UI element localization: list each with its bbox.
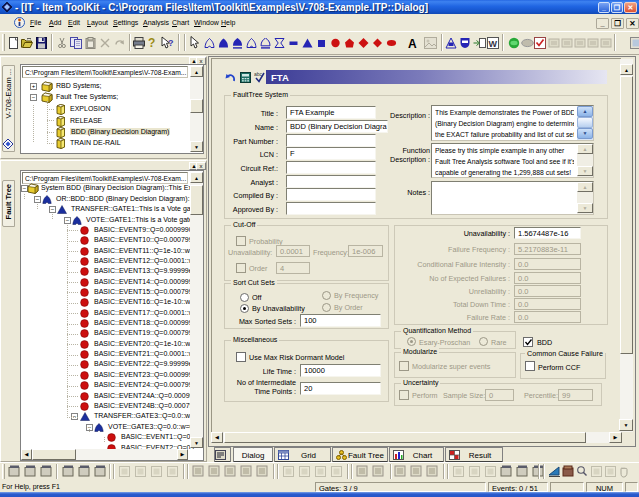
svg-text:?: ? <box>168 38 174 48</box>
svg-text:abc: abc <box>254 71 263 77</box>
svg-text:W: W <box>489 39 498 49</box>
